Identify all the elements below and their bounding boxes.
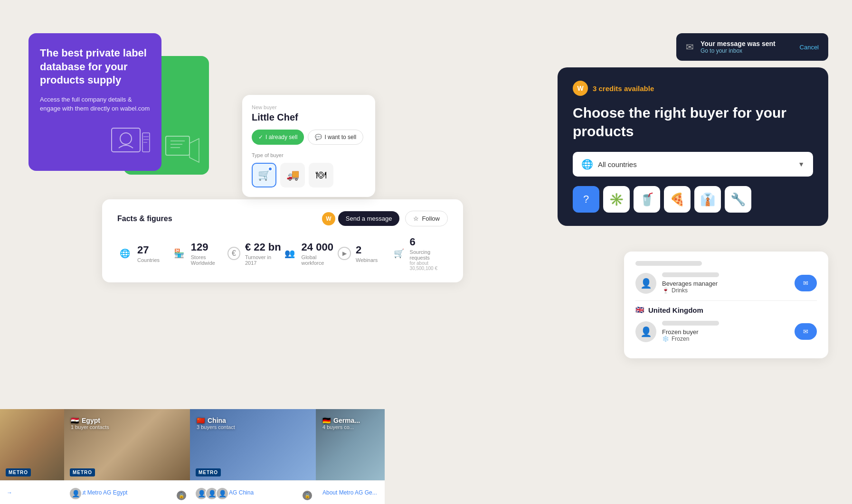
globe-stat-icon: 🌐 xyxy=(117,246,133,261)
message-envelope-icon: ✉ xyxy=(803,280,808,287)
germany-flag: 🇩🇪 xyxy=(322,417,331,424)
buyers-list-panel: 👤 Beverages manager 🍷 Drinks ✉ 🇬🇧 United… xyxy=(624,252,828,358)
frozen-message-envelope-icon: ✉ xyxy=(803,328,808,335)
buyer-row-beverages: 👤 Beverages manager 🍷 Drinks ✉ xyxy=(635,272,817,294)
purple-hero-card: The best private label database for your… xyxy=(28,33,161,171)
frozen-category-label: Frozen xyxy=(672,336,689,342)
category-icon-2[interactable]: 🥤 xyxy=(634,186,660,213)
toast-notification: ✉ Your message was sent Go to your inbox… xyxy=(676,33,828,61)
buyer-type-restaurant[interactable]: 🍽 xyxy=(309,163,333,187)
send-message-button[interactable]: Send a message xyxy=(338,211,400,226)
webinar-stat-icon: ▶ xyxy=(338,247,351,260)
right-panel-title: Choose the right buyer for your products xyxy=(573,103,813,140)
stat-countries-value: 27 xyxy=(137,244,160,256)
stat-workforce-label: Global workforce xyxy=(302,254,338,266)
want-to-sell-button[interactable]: 💬 I want to sell xyxy=(308,130,363,145)
store-stat-icon: 🏪 xyxy=(172,246,186,261)
sourcing-stat-icon: 🛒 xyxy=(393,246,405,261)
arrow-right-icon: → xyxy=(7,489,12,496)
facts-card-actions: W Send a message ☆ Follow xyxy=(322,211,448,226)
follow-button[interactable]: ☆ Follow xyxy=(405,211,448,226)
svg-point-1 xyxy=(120,133,132,144)
toast-main-text: Your message was sent xyxy=(701,40,776,47)
buyer-type-icons-row: 🛒 🚚 🍽 xyxy=(252,163,366,187)
frozen-name-skeleton xyxy=(662,321,719,326)
category-icon-4[interactable]: 👔 xyxy=(694,186,721,213)
beverages-name-skeleton xyxy=(662,272,719,277)
category-icon-1[interactable]: ✳️ xyxy=(603,186,630,213)
skeleton-bar-top xyxy=(635,261,702,266)
beverages-role: Beverages manager xyxy=(662,280,789,287)
stat-stores-label: Stores Worldwide xyxy=(191,254,227,266)
germany-country-info: 🇩🇪 Germa... 4 buyers co... xyxy=(322,417,360,430)
wabel-mini-badge: W xyxy=(322,212,335,225)
buyer-buttons-row: ✓ I already sell 💬 I want to sell xyxy=(252,130,366,145)
buyer-row-frozen: 👤 Frozen buyer ❄️ Frozen ✉ xyxy=(635,321,817,342)
egypt-country-name: Egypt xyxy=(82,417,100,424)
wabel-badge: W xyxy=(573,81,588,96)
china-avatars: 👤 👤 👤 xyxy=(195,487,229,500)
category-icon-5[interactable]: 🔧 xyxy=(725,186,751,213)
credits-row: W 3 credits available xyxy=(573,81,813,96)
stats-row: 🌐 27 Countries 🏪 129 Stores Worldwide € … xyxy=(117,236,448,271)
facts-card-title: Facts & figures xyxy=(117,215,172,223)
credits-available: available xyxy=(624,84,654,93)
already-sell-button[interactable]: ✓ I already sell xyxy=(252,130,304,145)
star-icon: ☆ xyxy=(413,215,419,222)
svg-rect-3 xyxy=(166,136,189,155)
category-icon-3[interactable]: 🍕 xyxy=(664,186,691,213)
germany-buyers-count: 4 buyers co... xyxy=(322,424,360,430)
china-buyers-count: 3 buyers contact xyxy=(197,424,235,430)
toast-cancel-button[interactable]: Cancel xyxy=(800,44,819,51)
japan-card-footer[interactable]: → xyxy=(0,480,64,504)
stat-countries: 🌐 27 Countries xyxy=(117,236,172,271)
beverages-message-button[interactable]: ✉ xyxy=(795,275,817,291)
metro-logo-japan: METRO xyxy=(6,468,31,476)
china-lock-icon: 🔒 xyxy=(303,491,312,500)
beverages-avatar: 👤 xyxy=(635,273,656,294)
germany-footer-text: About Metro AG Ge... xyxy=(322,489,377,496)
buyer-card-label: New buyer xyxy=(252,104,366,110)
green-card-illustration xyxy=(163,134,201,167)
stat-stores-value: 129 xyxy=(191,241,227,253)
category-icon-0[interactable]: ? xyxy=(573,186,599,213)
frozen-info: Frozen buyer ❄️ Frozen xyxy=(662,321,789,342)
purple-card-title: The best private label database for your… xyxy=(40,47,150,87)
right-buyer-panel: W 3 credits available Choose the right b… xyxy=(558,67,828,226)
germany-country-name: Germa... xyxy=(333,417,360,424)
toast-content: Your message was sent Go to your inbox xyxy=(701,40,776,54)
workforce-stat-icon: 👥 xyxy=(283,246,297,261)
china-flag: 🇨🇳 xyxy=(197,417,205,424)
divider-1 xyxy=(635,300,817,301)
uk-country-name: United Kingdom xyxy=(648,306,703,314)
buyer-type-label: Type of buyer xyxy=(252,152,366,158)
stat-workforce: 👥 24 000 Global workforce xyxy=(283,236,338,271)
purple-card-illustration xyxy=(109,123,152,161)
beverages-category: 🍷 Drinks xyxy=(662,287,789,294)
metro-logo-egypt: METRO xyxy=(70,468,95,476)
buyer-type-truck[interactable]: 🚚 xyxy=(280,163,305,187)
country-select-dropdown[interactable]: 🌐 All countries ▼ xyxy=(573,152,813,177)
germany-card-footer[interactable]: About Metro AG Ge... xyxy=(316,480,385,504)
stat-turnover: € € 22 bn Turnover in 2017 xyxy=(227,236,283,271)
stat-stores: 🏪 129 Stores Worldwide xyxy=(172,236,227,271)
toast-inbox-link[interactable]: Go to your inbox xyxy=(701,47,776,54)
buyer-card-name: Little Chef xyxy=(252,112,366,123)
stat-webinars-label: Webinars xyxy=(356,257,378,263)
beverages-info: Beverages manager 🍷 Drinks xyxy=(662,272,789,294)
stat-countries-label: Countries xyxy=(137,257,160,263)
stat-sourcing-value: 6 xyxy=(410,236,448,248)
question-icon: ? xyxy=(583,193,589,205)
drinks-icon: 🍷 xyxy=(662,287,669,294)
buyer-type-basket[interactable]: 🛒 xyxy=(252,163,276,187)
egypt-country-info: 🇪🇬 Egypt 1 buyer contacts xyxy=(71,417,109,430)
frozen-avatar: 👤 xyxy=(635,321,656,342)
stat-webinars-value: 2 xyxy=(356,244,378,256)
frozen-message-button[interactable]: ✉ xyxy=(795,323,817,340)
country-card-egypt: 👤 🔒 METRO 🇪🇬 Egypt 1 buyer contacts Abou… xyxy=(64,409,190,504)
frozen-category: ❄️ Frozen xyxy=(662,336,789,342)
beverages-category-label: Drinks xyxy=(672,287,688,294)
egypt-card-footer[interactable]: About Metro AG Egypt → xyxy=(64,480,190,504)
stat-sourcing-label: Sourcing requests xyxy=(410,249,448,261)
globe-icon: 🌐 xyxy=(581,159,593,170)
